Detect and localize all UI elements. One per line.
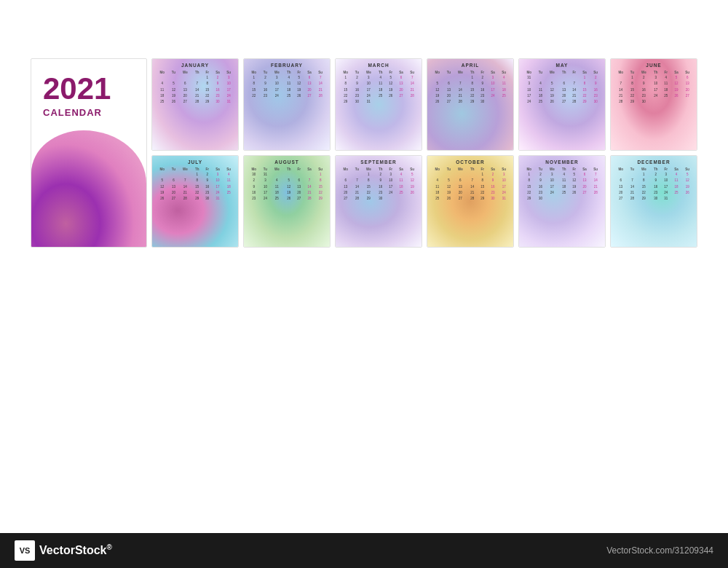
cal-header: Tu xyxy=(260,70,270,75)
cal-day: 6 xyxy=(454,178,467,184)
cal-day: 23 xyxy=(213,93,223,99)
cal-day: 5 xyxy=(156,178,168,184)
cal-day: 30 xyxy=(535,196,545,202)
cal-day: 17 xyxy=(650,87,661,93)
cal-header: Fr xyxy=(478,167,487,172)
cal-day: 11 xyxy=(558,178,569,184)
month-name: OCTOBER xyxy=(431,159,510,165)
cal-day: 28 xyxy=(614,99,627,105)
cal-table: MoTuWeThFrSaSu12345678910111213141516171… xyxy=(339,70,418,105)
cal-day: 27 xyxy=(396,93,407,99)
cal-day: 15 xyxy=(467,87,478,93)
cal-header: Th xyxy=(467,167,478,172)
cal-day: 24 xyxy=(545,190,558,196)
months-grid: JANUARYMoTuWeThFrSaSu1234567891011121314… xyxy=(151,58,697,248)
months-row-1: JANUARYMoTuWeThFrSaSu1234567891011121314… xyxy=(151,58,697,151)
month-card-october: OCTOBERMoTuWeThFrSaSu1234567891011121314… xyxy=(427,155,514,248)
cal-day: 23 xyxy=(535,190,545,196)
cal-day: 15 xyxy=(314,184,326,190)
cal-day: 24 xyxy=(661,190,670,196)
cal-day: 17 xyxy=(386,184,395,190)
cal-day: 28 xyxy=(467,196,478,202)
cal-day: 7 xyxy=(590,172,601,178)
cal-day: 28 xyxy=(304,196,315,202)
cal-day xyxy=(627,172,637,178)
cal-day: 23 xyxy=(375,190,386,196)
cal-day: 31 xyxy=(213,196,223,202)
cal-day: 3 xyxy=(213,172,223,178)
cal-day: 30 xyxy=(650,196,661,202)
cal-day: 9 xyxy=(213,81,223,87)
month-name: JANUARY xyxy=(156,63,234,68)
cal-day xyxy=(396,196,407,202)
month-content: FEBRUARYMoTuWeThFrSaSu123456789101112131… xyxy=(244,59,330,101)
months-row-2: JULYMoTuWeThFrSaSu1234567891011121314151… xyxy=(151,155,697,248)
cal-day: 20 xyxy=(443,93,454,99)
cal-day: 28 xyxy=(314,93,326,99)
cal-day: 12 xyxy=(681,178,693,184)
cal-day: 29 xyxy=(523,196,535,202)
cal-header: Su xyxy=(590,167,601,172)
cal-header: Mo xyxy=(523,167,535,172)
vs-logo: VS VectorStock® xyxy=(15,540,112,561)
cal-day: 25 xyxy=(223,190,234,196)
cal-day: 26 xyxy=(283,196,294,202)
cal-day: 24 xyxy=(650,93,661,99)
cal-day: 26 xyxy=(431,99,443,105)
cal-day: 14 xyxy=(178,184,191,190)
cal-header: Th xyxy=(191,70,202,75)
cal-day: 25 xyxy=(431,196,443,202)
cal-day: 11 xyxy=(283,81,294,87)
cal-day: 15 xyxy=(627,87,637,93)
cal-day: 6 xyxy=(178,81,191,87)
cal-day: 22 xyxy=(478,190,487,196)
cal-header: Th xyxy=(650,70,661,75)
cal-day: 20 xyxy=(396,87,407,93)
cal-day: 8 xyxy=(637,178,650,184)
cal-day: 28 xyxy=(352,196,362,202)
cal-day: 25 xyxy=(558,190,569,196)
main-content: 2021 CALENDAR JANUARYMoTuWeThFrSaSu12345… xyxy=(0,44,728,255)
cal-header: Tu xyxy=(627,70,637,75)
cal-day: 16 xyxy=(260,87,270,93)
cal-day: 14 xyxy=(569,87,579,93)
cal-day: 2 xyxy=(260,75,270,81)
cal-day: 30 xyxy=(637,99,650,105)
cal-day: 19 xyxy=(545,93,558,99)
cal-day: 23 xyxy=(650,190,661,196)
cal-day: 13 xyxy=(443,87,454,93)
cal-day xyxy=(339,172,352,178)
cal-header: We xyxy=(637,70,650,75)
cal-header: Mo xyxy=(248,167,260,172)
cal-day: 28 xyxy=(191,99,202,105)
cal-header: Fr xyxy=(386,167,395,172)
cal-day xyxy=(270,172,283,178)
cal-day: 4 xyxy=(535,81,545,87)
cal-header: Su xyxy=(314,167,326,172)
month-content: JANUARYMoTuWeThFrSaSu1234567891011121314… xyxy=(152,59,238,107)
cal-day xyxy=(681,99,693,105)
cal-day: 10 xyxy=(498,178,510,184)
cal-day: 3 xyxy=(650,75,661,81)
cal-header: Mo xyxy=(156,167,168,172)
cal-day: 10 xyxy=(523,87,535,93)
cal-header: Sa xyxy=(304,167,315,172)
cal-day: 25 xyxy=(283,93,294,99)
month-content: SEPTEMBERMoTuWeThFrSaSu12345678910111213… xyxy=(336,156,422,204)
cal-day: 12 xyxy=(156,184,168,190)
cal-header: We xyxy=(178,167,191,172)
cal-day: 13 xyxy=(614,184,627,190)
cal-day xyxy=(191,75,202,81)
cal-header: Mo xyxy=(339,167,352,172)
cal-day: 4 xyxy=(671,172,682,178)
cal-day: 26 xyxy=(681,190,693,196)
cal-day: 6 xyxy=(304,75,315,81)
cal-day: 1 xyxy=(191,172,202,178)
cal-day: 7 xyxy=(454,81,467,87)
cal-day xyxy=(406,99,418,105)
cal-day: 12 xyxy=(168,87,178,93)
cal-day: 12 xyxy=(545,87,558,93)
cal-day: 21 xyxy=(304,190,315,196)
cover-year: 2021 xyxy=(43,74,135,104)
month-name: MARCH xyxy=(339,63,418,68)
